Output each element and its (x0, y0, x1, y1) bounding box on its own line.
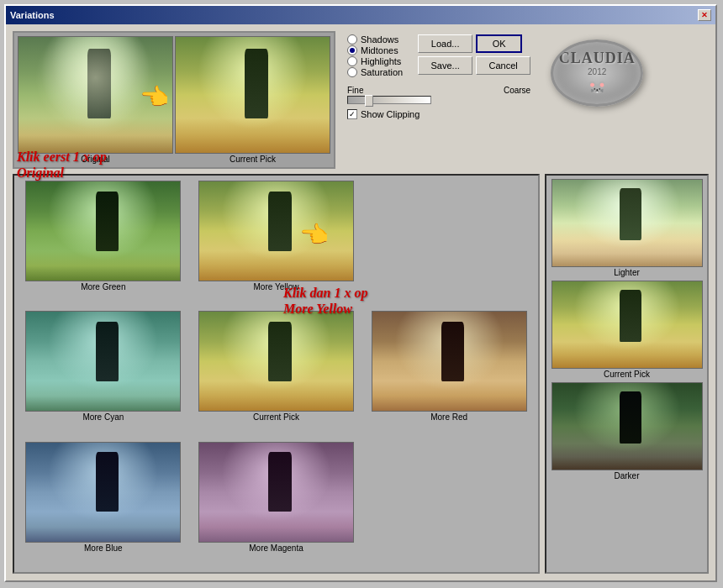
radio-shadows-indicator (347, 34, 357, 45)
current-pick-right-cell[interactable]: Current Pick (550, 281, 704, 379)
action-buttons: Load... OK Save... Cancel (418, 34, 530, 77)
current-pick-right-label: Current Pick (604, 370, 650, 379)
more-cyan-cell[interactable]: More Cyan (18, 309, 189, 438)
more-red-label: More Red (430, 412, 467, 422)
darker-cell[interactable]: Darker (550, 382, 704, 480)
more-blue-label: More Blue (84, 543, 123, 553)
save-button[interactable]: Save... (418, 56, 472, 75)
more-red-cell[interactable]: More Red (363, 309, 535, 438)
main-window: Variations ✕ Original Current Pick 👉 (4, 4, 717, 582)
slider-track[interactable] (347, 96, 431, 104)
fine-coarse-slider[interactable]: Fine Coarse (347, 86, 530, 104)
empty-cell-bottom (363, 440, 535, 569)
more-yellow-thumb (198, 181, 354, 281)
claudia-mouse-icon: 🐭 (588, 78, 606, 97)
slider-thumb[interactable] (365, 95, 373, 107)
darker-thumb (551, 382, 703, 470)
close-button[interactable]: ✕ (698, 9, 711, 21)
more-green-thumb (25, 181, 181, 281)
ok-button[interactable]: OK (476, 34, 522, 53)
right-column: Lighter Current Pick Darker (545, 174, 709, 574)
current-pick-top-label: Current Pick (230, 155, 276, 164)
lighter-label: Lighter (614, 268, 640, 277)
cancel-button[interactable]: Cancel (476, 56, 530, 75)
radio-midtones-label: Midtones (361, 45, 398, 55)
hand-cursor-1: 👉 (140, 83, 170, 111)
current-pick-mid-thumb (198, 311, 354, 412)
more-yellow-label: More Yellow (254, 282, 299, 291)
current-pick-right-thumb (551, 281, 703, 369)
top-images-area: Original Current Pick 👉 (13, 31, 335, 169)
show-clipping-row[interactable]: ✓ Show Clipping (347, 109, 530, 119)
more-blue-thumb (25, 442, 181, 543)
more-yellow-cell[interactable]: More Yellow 👉 (191, 179, 362, 307)
radio-highlights-indicator (347, 56, 357, 66)
radio-highlights[interactable]: Highlights (347, 56, 403, 66)
hand-cursor-2: 👉 (300, 221, 330, 249)
more-magenta-label: More Magenta (249, 543, 303, 553)
radio-midtones-indicator (347, 45, 357, 55)
window-title: Variations (10, 10, 55, 20)
claudia-year: 2012 (588, 67, 606, 76)
original-label: Original (81, 155, 109, 164)
more-green-cell[interactable]: More Green (18, 179, 189, 307)
more-red-thumb (372, 311, 527, 412)
radio-saturation[interactable]: Saturation (347, 67, 403, 77)
title-bar: Variations ✕ (6, 6, 715, 24)
radio-highlights-label: Highlights (361, 56, 401, 66)
radio-saturation-indicator (347, 67, 357, 77)
show-clipping-checkbox[interactable]: ✓ (347, 109, 357, 119)
claudia-logo-area: CLAUDIA 2012 🐭 (551, 39, 643, 107)
variation-grid: More Green More Yellow 👉 More Cyan (13, 174, 540, 574)
more-magenta-cell[interactable]: More Magenta (191, 440, 362, 569)
radio-midtones[interactable]: Midtones (347, 45, 403, 55)
coarse-label: Coarse (504, 86, 530, 95)
current-pick-top-wrap: Current Pick (175, 36, 330, 164)
load-button[interactable]: Load... (418, 34, 472, 53)
claudia-logo: CLAUDIA 2012 🐭 (551, 39, 643, 107)
radio-shadows-label: Shadows (361, 34, 398, 45)
radio-saturation-label: Saturation (361, 67, 403, 77)
lighter-thumb (551, 179, 703, 267)
tone-radio-group: Shadows Midtones Highlights Saturat (347, 34, 403, 77)
more-cyan-label: More Cyan (82, 412, 124, 422)
lighter-cell[interactable]: Lighter (550, 179, 704, 277)
fine-label: Fine (347, 86, 363, 95)
more-magenta-thumb (198, 442, 354, 543)
current-pick-mid-label: Current Pick (253, 412, 299, 422)
current-pick-mid-cell[interactable]: Current Pick (191, 309, 362, 438)
claudia-name: CLAUDIA (559, 50, 636, 67)
more-cyan-thumb (25, 311, 181, 412)
more-green-label: More Green (81, 282, 125, 291)
empty-cell-top (363, 179, 535, 307)
current-pick-top-thumb (175, 36, 330, 154)
darker-label: Darker (614, 471, 639, 480)
radio-shadows[interactable]: Shadows (347, 34, 403, 45)
options-panel: Shadows Midtones Highlights Saturat (344, 31, 534, 123)
show-clipping-label: Show Clipping (361, 109, 420, 119)
more-blue-cell[interactable]: More Blue (18, 440, 189, 569)
